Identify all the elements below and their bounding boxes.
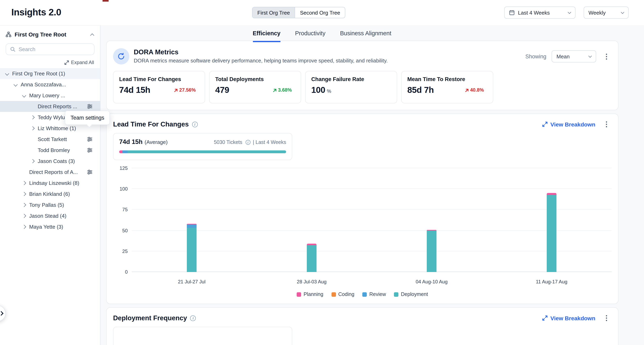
expand-all-button[interactable]: Expand All — [0, 55, 100, 68]
tree-item-maya-yette-3[interactable]: Maya Yette (3) — [0, 221, 100, 232]
x-axis-label: 11 Aug-17 Aug — [492, 279, 612, 284]
legend-item-planning: Planning — [297, 292, 323, 297]
legend-swatch — [297, 292, 301, 296]
tree-item-tony-pallas-5[interactable]: Tony Pallas (5) — [0, 200, 100, 210]
deployment-segment — [547, 195, 556, 272]
lead-time-card: Lead Time For Changes i View Breakdown ⋮… — [106, 114, 618, 304]
tree-item-label: Jason Coats (3) — [38, 158, 75, 164]
org-toggle-second-org-tree[interactable]: Second Org Tree — [295, 7, 345, 18]
org-sidebar: First Org Tree Root Expand All First Org… — [0, 25, 100, 345]
tab-business-alignment[interactable]: Business Alignment — [340, 25, 391, 42]
info-icon[interactable]: i — [246, 140, 250, 145]
info-icon[interactable]: i — [192, 122, 198, 127]
view-breakdown-button[interactable]: View Breakdown — [542, 121, 595, 128]
gridline — [132, 272, 612, 272]
app-root: Insights 2.0 First Org TreeSecond Org Tr… — [0, 0, 644, 345]
team-settings-icon[interactable] — [87, 104, 92, 109]
org-toggle-first-org-tree[interactable]: First Org Tree — [252, 7, 295, 18]
period-label: | Last 4 Weeks — [253, 140, 286, 145]
chevron-down-icon[interactable] — [23, 94, 29, 97]
dora-subtitle: DORA metrics measure software delivery p… — [134, 58, 388, 64]
tree-item-lindsay-liszewski-8[interactable]: Lindsay Liszewski (8) — [0, 178, 100, 188]
date-range-select[interactable]: Last 4 Weeks — [504, 6, 576, 19]
gridline — [132, 230, 612, 230]
lead-time-header: Lead Time For Changes i View Breakdown ⋮ — [113, 120, 612, 128]
tree-item-direct-reports-of-a[interactable]: Direct Reports of A... — [0, 166, 100, 178]
team-settings-icon[interactable] — [87, 148, 92, 153]
tree-item-label: Todd Bromley — [38, 147, 70, 153]
metric-value: 100 — [311, 85, 325, 95]
view-breakdown-label: View Breakdown — [550, 121, 595, 128]
metric-delta: 27.56% — [174, 87, 196, 93]
chevron-right-icon[interactable] — [23, 192, 29, 196]
chevron-right-icon[interactable] — [31, 160, 38, 162]
chart-x-axis: 21 Jul-27 Jul28 Jul-03 Aug04 Aug-10 Aug1… — [132, 279, 612, 284]
planning-segment — [547, 193, 556, 195]
deployment-segment — [307, 246, 316, 272]
sidebar-title: First Org Tree Root — [14, 31, 66, 38]
tree-item-anna-scozzafava[interactable]: Anna Scozzafava... — [0, 79, 100, 90]
lead-time-distribution-bar — [119, 150, 286, 153]
chevron-right-icon[interactable] — [23, 182, 29, 184]
dora-header: DORA Metrics DORA metrics measure softwa… — [113, 48, 612, 64]
metric-card-mean-time-to-restore: Mean Time To Restore85d 7h40.8% — [401, 71, 493, 104]
chevron-right-icon[interactable] — [23, 204, 29, 206]
team-settings-tooltip: Team settings — [65, 111, 110, 125]
tab-efficiency[interactable]: Efficiency — [253, 25, 280, 42]
team-settings-icon[interactable] — [87, 170, 92, 175]
tree-item-label: Liz Whittome (1) — [38, 125, 76, 131]
bar-28-jul-03-aug[interactable] — [307, 244, 316, 272]
chevron-right-icon[interactable] — [23, 214, 29, 217]
tree-item-label: Brian Kirkland (6) — [29, 191, 70, 197]
aggregation-select[interactable]: Mean — [552, 50, 596, 62]
tree-item-label: Scott Tarkett — [38, 136, 67, 142]
tree-item-label: First Org Tree Root (1) — [12, 70, 65, 76]
chevron-right-icon[interactable] — [31, 127, 38, 130]
more-options-icon[interactable]: ⋮ — [602, 53, 612, 60]
view-breakdown-label: View Breakdown — [550, 315, 595, 321]
metric-value: 74d 15h — [119, 85, 150, 95]
chevron-right-icon[interactable] — [31, 116, 38, 119]
metric-delta: 40.8% — [465, 87, 484, 93]
x-axis-label: 21 Jul-27 Jul — [132, 279, 252, 284]
chevron-down-icon — [588, 54, 592, 58]
deployment-segment — [427, 230, 436, 272]
tree-item-brian-kirkland-6[interactable]: Brian Kirkland (6) — [0, 188, 100, 200]
gridline — [132, 251, 612, 251]
chevron-right-icon[interactable] — [23, 226, 29, 228]
search-box[interactable] — [6, 44, 94, 55]
tree-item-todd-bromley[interactable]: Todd Bromley — [0, 145, 100, 156]
chevron-up-icon[interactable] — [90, 33, 94, 37]
y-axis-label: 125 — [120, 166, 128, 171]
tree-item-mary-lowery[interactable]: Mary Lowery ... — [0, 90, 100, 101]
team-settings-icon[interactable] — [87, 136, 92, 142]
chevron-right-icon — [0, 311, 4, 316]
tree-item-direct-reports[interactable]: Direct Reports ... — [0, 101, 100, 112]
metric-value: 85d 7h — [407, 85, 434, 95]
tab-productivity[interactable]: Productivity — [295, 25, 326, 42]
chevron-down-icon[interactable] — [14, 83, 21, 86]
granularity-select[interactable]: Weekly — [584, 6, 628, 19]
tree-item-scott-tarkett[interactable]: Scott Tarkett — [0, 134, 100, 145]
tree-item-jason-stead-4[interactable]: Jason Stead (4) — [0, 210, 100, 221]
more-options-icon[interactable]: ⋮ — [602, 121, 612, 128]
y-axis-label: 100 — [120, 186, 128, 192]
tree-item-label: Direct Reports ... — [38, 104, 77, 110]
search-input[interactable] — [19, 46, 90, 52]
dora-metrics-card: DORA Metrics DORA metrics measure softwa… — [106, 40, 618, 110]
planning-segment — [307, 244, 316, 246]
tree-item-first-org-tree-root-1[interactable]: First Org Tree Root (1) — [0, 68, 100, 79]
bar-11-aug-17-aug[interactable] — [547, 193, 556, 272]
bar-21-jul-27-jul[interactable] — [187, 224, 196, 272]
more-options-icon[interactable]: ⋮ — [602, 314, 612, 322]
tree-item-jason-coats-3[interactable]: Jason Coats (3) — [0, 156, 100, 166]
view-breakdown-button[interactable]: View Breakdown — [542, 315, 595, 321]
info-icon[interactable]: i — [190, 315, 196, 321]
red-indicator — [102, 0, 108, 2]
metric-title: Change Failure Rate — [311, 76, 391, 82]
showing-label: Showing — [525, 53, 546, 60]
chevron-down-icon[interactable] — [6, 72, 12, 75]
expand-icon — [65, 60, 69, 65]
legend-item-coding: Coding — [331, 292, 354, 297]
bar-04-aug-10-aug[interactable] — [427, 230, 436, 272]
